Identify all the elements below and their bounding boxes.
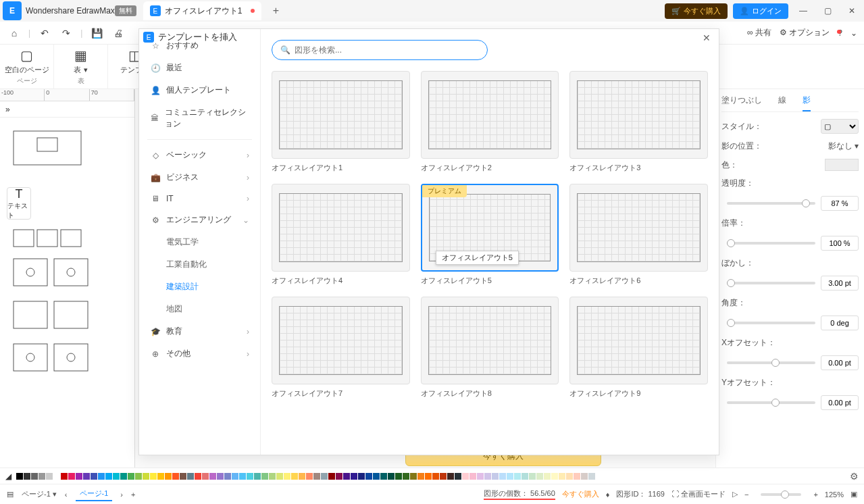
color-swatch[interactable]: [187, 473, 194, 480]
color-swatch[interactable]: [291, 473, 298, 480]
color-swatch[interactable]: [455, 473, 461, 480]
scale-input[interactable]: [821, 236, 859, 251]
color-swatch[interactable]: [477, 473, 484, 480]
color-swatch[interactable]: [39, 473, 45, 480]
fullscreen-button[interactable]: ⛶ 全画面モード: [671, 489, 726, 499]
zoom-value[interactable]: 125%: [825, 490, 844, 499]
shape-bench[interactable]: [7, 226, 101, 253]
collapse-ribbon-icon[interactable]: ⌄: [850, 28, 857, 38]
help-button[interactable]: ?: [838, 28, 842, 38]
subcat-電気工学[interactable]: 電気工学: [139, 231, 260, 253]
color-swatch[interactable]: [113, 473, 120, 480]
color-swatch[interactable]: [581, 473, 588, 480]
color-swatch[interactable]: [180, 473, 186, 480]
color-swatch[interactable]: [469, 473, 476, 480]
page-tab[interactable]: ページ-1: [76, 487, 113, 501]
color-swatch[interactable]: [247, 473, 253, 480]
xoffset-slider[interactable]: [727, 361, 815, 364]
color-swatch[interactable]: [432, 473, 439, 480]
sidebar-最近[interactable]: 🕘最近: [139, 57, 260, 79]
text-tool[interactable]: T テキスト: [7, 187, 31, 220]
color-swatch[interactable]: [239, 473, 246, 480]
search-input[interactable]: [295, 45, 479, 55]
color-swatch[interactable]: [336, 473, 342, 480]
color-swatch[interactable]: [440, 473, 447, 480]
document-tab[interactable]: E オフィスレイアウト1: [143, 1, 261, 20]
template-close-button[interactable]: ✕: [703, 32, 711, 43]
next-page-icon[interactable]: ›: [120, 490, 123, 499]
color-swatch[interactable]: [209, 473, 216, 480]
color-swatch[interactable]: [365, 473, 372, 480]
redo-icon[interactable]: ↷: [59, 26, 74, 41]
color-swatch[interactable]: [202, 473, 209, 480]
color-swatch[interactable]: [499, 473, 506, 480]
buy-button[interactable]: 🛒 今すぐ購入: [665, 3, 728, 19]
color-swatch[interactable]: [299, 473, 305, 480]
color-swatch[interactable]: [825, 159, 859, 171]
color-swatch[interactable]: [410, 473, 417, 480]
fit-icon[interactable]: ▣: [850, 490, 857, 499]
sidebar-個人テンプレート[interactable]: 👤個人テンプレート: [139, 79, 260, 101]
color-swatch[interactable]: [417, 473, 424, 480]
color-swatch[interactable]: [529, 473, 536, 480]
color-swatch[interactable]: [128, 473, 134, 480]
color-swatch[interactable]: [98, 473, 105, 480]
template-オフィスレイアウト8[interactable]: オフィスレイアウト8: [421, 297, 559, 399]
category-その他[interactable]: ⊕その他: [139, 343, 260, 365]
shape-desk4[interactable]: [7, 341, 101, 381]
ribbon-blank-page[interactable]: ▢ 空白のページ ページ: [0, 45, 54, 89]
layers-icon[interactable]: ▤: [7, 490, 14, 499]
color-swatch[interactable]: [91, 473, 97, 480]
template-オフィスレイアウト2[interactable]: オフィスレイアウト2: [421, 71, 559, 173]
template-オフィスレイアウト4[interactable]: オフィスレイアウト4: [272, 184, 410, 286]
color-swatch[interactable]: [536, 473, 543, 480]
color-swatch[interactable]: [261, 473, 268, 480]
color-swatch[interactable]: [351, 473, 357, 480]
search-box[interactable]: 🔍: [272, 40, 488, 60]
eyedropper-icon[interactable]: ◢: [5, 472, 11, 481]
color-swatch[interactable]: [514, 473, 521, 480]
xoffset-input[interactable]: [821, 355, 859, 370]
color-swatch[interactable]: [425, 473, 432, 480]
color-swatch[interactable]: [76, 473, 82, 480]
category-IT[interactable]: 🖥IT: [139, 188, 260, 209]
color-swatch[interactable]: [53, 473, 60, 480]
scale-slider[interactable]: [727, 242, 815, 245]
color-swatch[interactable]: [484, 473, 491, 480]
color-swatch[interactable]: [328, 473, 335, 480]
opacity-slider[interactable]: [727, 202, 815, 205]
palette-settings-icon[interactable]: ⚙: [850, 471, 859, 482]
category-エンジニアリング[interactable]: ⚙エンジニアリング: [139, 209, 260, 231]
color-swatch[interactable]: [254, 473, 261, 480]
opacity-input[interactable]: [821, 196, 859, 211]
tab-fill[interactable]: 塗りつぶし: [721, 95, 762, 106]
style-select[interactable]: ▢: [821, 119, 859, 134]
blur-slider[interactable]: [727, 282, 815, 284]
template-オフィスレイアウト9[interactable]: オフィスレイアウト9: [569, 297, 708, 399]
ribbon-table[interactable]: ▦ 表 ▾ 表: [54, 45, 108, 89]
color-swatch[interactable]: [68, 473, 75, 480]
minimize-button[interactable]: —: [794, 1, 813, 20]
sidebar-コミュニティセレクション[interactable]: 🏛コミュニティセレクション: [139, 101, 260, 135]
color-swatch[interactable]: [16, 473, 23, 480]
template-オフィスレイアウト1[interactable]: オフィスレイアウト1: [272, 71, 410, 173]
template-オフィスレイアウト5[interactable]: プレミアムオフィスレイアウト5オフィスレイアウト5: [421, 184, 559, 286]
zoom-in-icon[interactable]: +: [813, 490, 817, 499]
color-swatch[interactable]: [574, 473, 580, 480]
color-swatch[interactable]: [143, 473, 149, 480]
collapse-panel-button[interactable]: »: [0, 101, 134, 118]
color-swatch[interactable]: [380, 473, 387, 480]
color-swatch[interactable]: [313, 473, 320, 480]
options-button[interactable]: ⚙ オプション: [780, 27, 830, 39]
category-教育[interactable]: 🎓教育: [139, 320, 260, 343]
shape-desk[interactable]: [7, 124, 101, 178]
maximize-button[interactable]: ▢: [818, 1, 837, 20]
category-ベーシック[interactable]: ◇ベーシック: [139, 144, 260, 166]
angle-input[interactable]: [821, 316, 859, 330]
prev-page-icon[interactable]: ‹: [65, 490, 68, 499]
category-ビジネス[interactable]: 💼ビジネス: [139, 166, 260, 188]
color-swatch[interactable]: [388, 473, 395, 480]
print-icon[interactable]: 🖨: [111, 26, 126, 41]
color-swatch[interactable]: [462, 473, 469, 480]
color-swatch[interactable]: [343, 473, 350, 480]
